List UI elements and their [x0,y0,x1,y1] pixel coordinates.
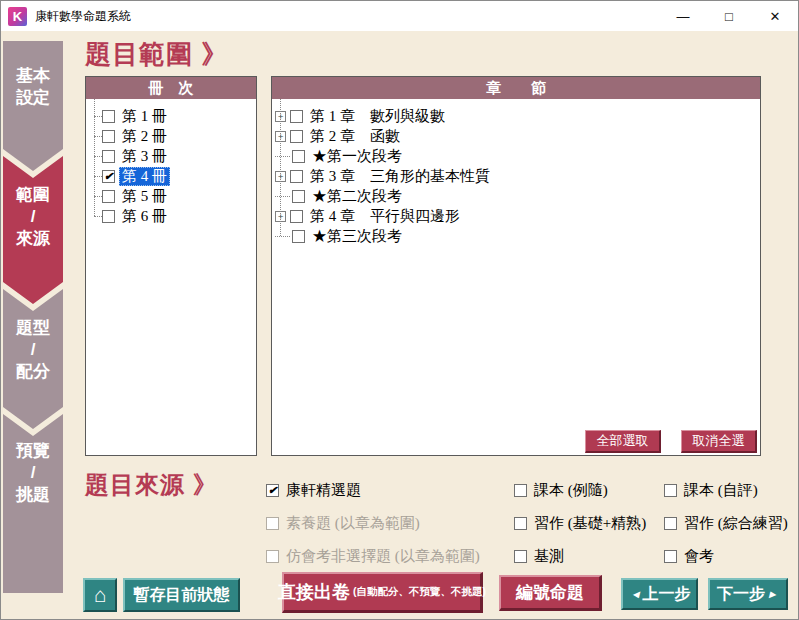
volume-label[interactable]: 第 5 冊 [119,187,170,206]
save-state-button[interactable]: 暫存目前狀態 [123,578,240,612]
app-logo-icon: K [8,7,27,26]
minimize-icon: — [677,9,690,24]
checkbox[interactable] [102,110,115,123]
source-option[interactable]: 課本 (自評) [664,480,788,500]
source-label: 康軒精選題 [286,481,361,500]
chapter-row[interactable]: +第 3 章 三角形的基本性質 [272,166,760,186]
check-icon: ✔ [268,485,277,496]
checkbox[interactable] [514,517,527,530]
chapter-row[interactable]: +第 2 章 函數 [272,126,760,146]
right-arrow-icon: ▸ [769,587,775,601]
checkbox[interactable] [292,150,305,163]
source-option[interactable]: 課本 (例隨) [514,480,646,500]
source-label: 仿會考非選擇題 (以章為範圍) [286,547,480,566]
exam-label[interactable]: ★第一次段考 [312,147,402,166]
window-controls: — □ ✕ [660,1,798,31]
expand-icon[interactable]: + [275,111,286,122]
chapter-row[interactable]: +第 4 章 平行與四邊形 [272,206,760,226]
close-button[interactable]: ✕ [752,1,798,31]
source-option[interactable]: 會考 [664,546,788,566]
chapter-label[interactable]: 第 1 章 數列與級數 [310,107,445,126]
tab-label-line: 設定 [16,87,50,109]
checkbox[interactable] [514,550,527,563]
checkbox[interactable] [664,484,677,497]
source-option-disabled: 仿會考非選擇題 (以章為範圍) [266,546,480,566]
next-step-button[interactable]: 下一步▸ [708,578,788,610]
chapter-label[interactable]: 第 3 章 三角形的基本性質 [310,167,490,186]
deselect-all-button[interactable]: 取消全選 [681,430,757,453]
source-label: 習作 (基礎+精熟) [534,514,646,533]
chapter-row[interactable]: +第 1 章 數列與級數 [272,106,760,126]
tab-question-type-points[interactable]: 題型 / 配分 [3,289,63,429]
expand-icon[interactable]: + [275,131,286,142]
select-all-button[interactable]: 全部選取 [585,430,661,453]
numbering-button[interactable]: 編號命題 [499,575,602,611]
checkbox[interactable] [290,110,303,123]
checkbox[interactable] [514,484,527,497]
source-option[interactable]: 習作 (綜合練習) [664,513,788,533]
chapter-label[interactable]: 第 2 章 函數 [310,127,400,146]
expand-icon[interactable]: + [275,171,286,182]
checkbox[interactable] [102,210,115,223]
chapter-label[interactable]: 第 4 章 平行與四邊形 [310,207,460,226]
volume-row[interactable]: 第 5 冊 [86,186,256,206]
app-window: K 康軒數學命題系統 — □ ✕ 基本 設定 範圍 / 來源 題型 / 配分 預… [0,0,799,620]
checkbox[interactable] [102,130,115,143]
checkbox[interactable] [102,150,115,163]
checkbox-checked[interactable]: ✔ [102,170,115,183]
chapter-tree: +第 1 章 數列與級數 +第 2 章 函數 ★第一次段考 +第 3 章 三角形… [272,99,760,246]
volume-row[interactable]: 第 2 冊 [86,126,256,146]
tab-label-line: 預覽 [16,440,50,462]
previous-step-button[interactable]: ◂上一步 [621,578,698,610]
checkbox [266,517,279,530]
volume-row[interactable]: 第 1 冊 [86,106,256,126]
tree-connector [275,156,290,157]
checkbox[interactable] [290,130,303,143]
maximize-button[interactable]: □ [706,1,752,31]
tab-basic-settings[interactable]: 基本 設定 [3,41,63,171]
direct-generate-label: 直接出卷 [278,580,350,604]
source-option-disabled: 素養題 (以章為範圍) [266,513,480,533]
checkbox[interactable] [102,190,115,203]
volume-label[interactable]: 第 6 冊 [119,207,170,226]
volume-label-selected[interactable]: 第 4 冊 [119,167,170,186]
volume-row[interactable]: ✔第 4 冊 [86,166,256,186]
checkbox[interactable] [290,210,303,223]
volume-label[interactable]: 第 3 冊 [119,147,170,166]
checkbox[interactable] [292,230,305,243]
volume-row[interactable]: 第 3 冊 [86,146,256,166]
exam-row[interactable]: ★第三次段考 [272,226,760,246]
tab-range-source[interactable]: 範圍 / 來源 [3,156,63,304]
exam-row[interactable]: ★第二次段考 [272,186,760,206]
minimize-button[interactable]: — [660,1,706,31]
source-label: 會考 [684,547,714,566]
volume-label[interactable]: 第 1 冊 [119,107,170,126]
maximize-icon: □ [725,9,733,24]
exam-label[interactable]: ★第三次段考 [312,227,402,246]
left-arrow-icon: ◂ [632,587,638,601]
chapter-panel-header: 章 節 [272,77,760,99]
checkbox[interactable] [292,190,305,203]
source-option[interactable]: 基測 [514,546,646,566]
direct-generate-button[interactable]: 直接出卷 (自動配分、不預覽、不挑題) [282,572,483,613]
checkbox[interactable] [664,550,677,563]
checkbox[interactable] [664,517,677,530]
expand-icon[interactable]: + [275,211,286,222]
checkbox-checked[interactable]: ✔ [266,484,279,497]
tab-label-line: / [31,206,36,228]
tab-label-line: 題型 [16,317,50,339]
exam-label[interactable]: ★第二次段考 [312,187,402,206]
checkbox[interactable] [290,170,303,183]
source-option[interactable]: ✔康軒精選題 [266,480,480,500]
source-label: 基測 [534,547,564,566]
source-option[interactable]: 習作 (基礎+精熟) [514,513,646,533]
exam-row[interactable]: ★第一次段考 [272,146,760,166]
source-label: 課本 (例隨) [534,481,608,500]
volume-label[interactable]: 第 2 冊 [119,127,170,146]
source-label: 習作 (綜合練習) [684,514,788,533]
volume-row[interactable]: 第 6 冊 [86,206,256,226]
tab-preview-pick[interactable]: 預覽 / 挑題 [3,414,63,593]
window-title: 康軒數學命題系統 [35,8,131,25]
volume-list: 第 1 冊 第 2 冊 第 3 冊 ✔第 4 冊 第 5 冊 第 6 冊 [86,99,256,226]
home-button[interactable]: ⌂ [83,578,117,612]
